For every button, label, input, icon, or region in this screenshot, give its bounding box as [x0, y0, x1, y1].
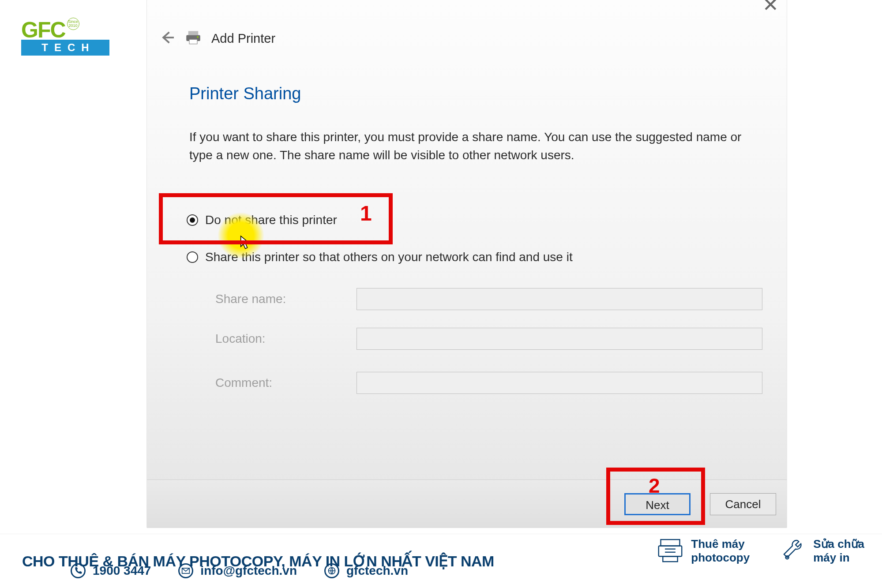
email-icon — [178, 563, 193, 578]
back-arrow-icon[interactable] — [159, 30, 175, 47]
share-name-label: Share name: — [215, 292, 348, 306]
add-printer-dialog: ✕ Add Printer Printer Sharing If you wan… — [146, 0, 787, 528]
dialog-title: Add Printer — [211, 31, 275, 46]
location-label: Location: — [215, 332, 348, 346]
comment-row: Comment: — [215, 372, 762, 394]
radio-unchecked-icon — [187, 251, 198, 263]
footer-phone: 1900 3447 — [71, 563, 151, 578]
radio-share-printer[interactable]: Share this printer so that others on you… — [187, 250, 573, 264]
share-name-input — [357, 288, 762, 310]
printer-icon — [185, 30, 202, 47]
dialog-button-bar: Next Cancel — [147, 479, 787, 528]
service-rent-line1: Thuê máy — [691, 537, 750, 551]
company-logo: GFC Since 2010 TECH — [21, 21, 109, 56]
radio-checked-icon — [187, 214, 198, 226]
footer-email-label: info@gfctech.vn — [200, 564, 297, 578]
service-repair-printer: Sửa chữa máy in — [780, 536, 864, 566]
footer-phone-label: 1900 3447 — [93, 564, 151, 578]
comment-label: Comment: — [215, 376, 348, 390]
radio-do-not-share-label: Do not share this printer — [205, 213, 337, 227]
radio-do-not-share[interactable]: Do not share this printer — [187, 213, 337, 227]
footer-web-label: gfctech.vn — [346, 564, 408, 578]
globe-icon — [324, 563, 339, 578]
service-rent-line2: photocopy — [691, 551, 750, 565]
cancel-button[interactable]: Cancel — [710, 493, 776, 515]
svg-rect-5 — [661, 539, 680, 546]
service-repair-line2: máy in — [813, 551, 864, 565]
section-heading: Printer Sharing — [189, 84, 301, 103]
location-row: Location: — [215, 328, 762, 350]
footer-email: info@gfctech.vn — [178, 563, 297, 578]
svg-rect-0 — [188, 31, 199, 35]
copier-icon — [657, 536, 683, 566]
phone-icon — [71, 563, 86, 578]
share-name-row: Share name: — [215, 288, 762, 310]
logo-since-badge: Since 2010 — [67, 18, 79, 30]
service-repair-line1: Sửa chữa — [813, 537, 864, 551]
close-icon[interactable]: ✕ — [762, 0, 779, 15]
section-description: If you want to share this printer, you m… — [189, 128, 754, 164]
footer-web: gfctech.vn — [324, 563, 408, 578]
radio-share-printer-label: Share this printer so that others on you… — [205, 250, 573, 264]
svg-rect-6 — [659, 546, 682, 556]
svg-point-3 — [197, 36, 199, 38]
wrench-icon — [780, 536, 805, 566]
next-button[interactable]: Next — [624, 493, 691, 515]
comment-input — [357, 372, 762, 394]
svg-rect-7 — [663, 556, 678, 562]
service-rent-copier: Thuê máy photocopy — [657, 536, 750, 566]
svg-rect-2 — [189, 40, 197, 44]
footer-services: Thuê máy photocopy Sửa chữa máy in — [642, 536, 864, 566]
location-input — [357, 328, 762, 350]
